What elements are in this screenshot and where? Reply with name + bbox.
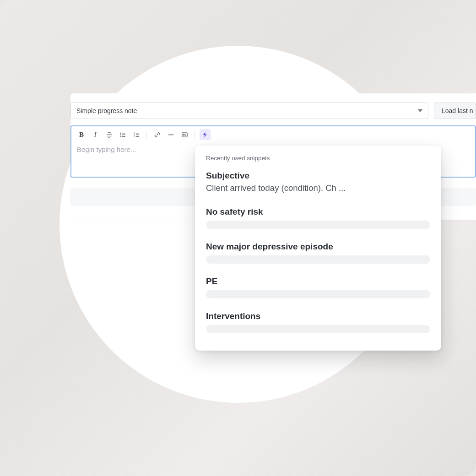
svg-point-5 bbox=[120, 136, 121, 137]
snippet-title: No safety risk bbox=[206, 207, 430, 217]
note-type-selected-label: Simple progress note bbox=[76, 107, 137, 114]
bold-button[interactable]: B bbox=[76, 129, 87, 140]
snippet-title: Interventions bbox=[206, 311, 430, 321]
svg-point-1 bbox=[120, 132, 121, 133]
strikethrough-button[interactable] bbox=[103, 129, 114, 140]
panel-top-row: Simple progress note Load last n bbox=[70, 103, 476, 125]
svg-rect-12 bbox=[135, 136, 139, 137]
snippet-preview: Client arrived today (condition). Ch ... bbox=[206, 183, 430, 194]
svg-rect-6 bbox=[122, 136, 125, 137]
editor-placeholder: Begin typing here... bbox=[77, 146, 136, 153]
link-button[interactable] bbox=[151, 129, 162, 140]
snippet-preview-skeleton bbox=[206, 325, 430, 333]
load-last-label: Load last n bbox=[442, 107, 473, 114]
svg-rect-4 bbox=[122, 134, 125, 135]
snippet-preview-skeleton bbox=[206, 255, 430, 264]
snippet-title: New major depressive episode bbox=[206, 242, 430, 252]
numbered-list-button[interactable]: 1 2 3 bbox=[131, 129, 142, 140]
svg-rect-10 bbox=[135, 134, 139, 135]
snippets-popup: Recently used snippets Subjective Client… bbox=[195, 146, 441, 351]
toolbar-separator bbox=[195, 130, 195, 139]
snippet-item[interactable]: Interventions bbox=[206, 308, 430, 340]
snippet-title: PE bbox=[206, 276, 430, 287]
snippet-preview-skeleton bbox=[206, 221, 430, 229]
svg-text:3: 3 bbox=[133, 135, 135, 137]
bulleted-list-button[interactable] bbox=[117, 129, 128, 140]
snippet-item[interactable]: No safety risk bbox=[206, 204, 430, 235]
snippet-item[interactable]: PE bbox=[206, 274, 430, 305]
insert-card-button[interactable] bbox=[179, 129, 190, 140]
snippet-title: Subjective bbox=[206, 171, 430, 181]
snippet-item[interactable]: Subjective Client arrived today (conditi… bbox=[206, 168, 430, 200]
caret-down-icon bbox=[418, 109, 422, 112]
toolbar-separator bbox=[146, 130, 147, 139]
svg-point-15 bbox=[183, 134, 184, 135]
italic-button[interactable]: I bbox=[90, 129, 101, 140]
svg-rect-2 bbox=[122, 133, 125, 134]
svg-point-3 bbox=[120, 134, 121, 135]
note-type-select[interactable]: Simple progress note bbox=[70, 103, 428, 119]
snippet-preview-skeleton bbox=[206, 290, 430, 298]
snippets-popup-header: Recently used snippets bbox=[206, 155, 430, 162]
editor-toolbar: B I 1 2 3 bbox=[71, 126, 475, 143]
snippets-button[interactable] bbox=[200, 129, 211, 140]
snippet-item[interactable]: New major depressive episode bbox=[206, 239, 430, 270]
load-last-note-button[interactable]: Load last n bbox=[434, 103, 476, 119]
svg-rect-8 bbox=[135, 133, 139, 134]
horizontal-rule-button[interactable] bbox=[165, 129, 176, 140]
